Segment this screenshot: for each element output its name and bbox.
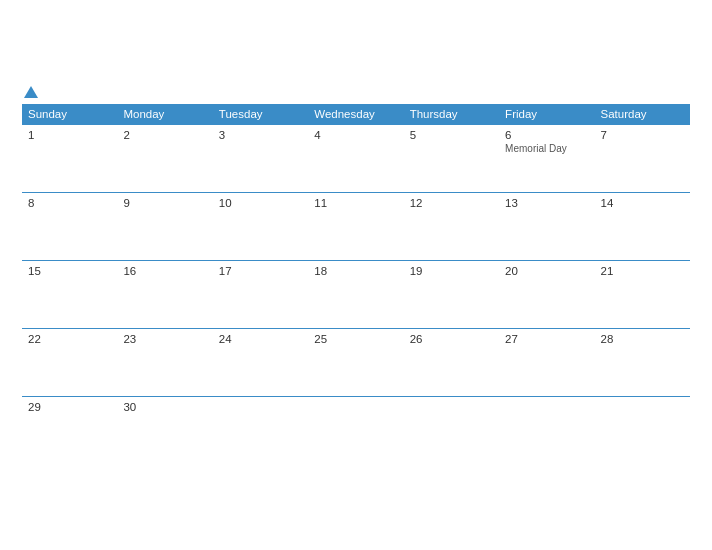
calendar-week-row: 15161718192021	[22, 260, 690, 328]
calendar-header-monday: Monday	[117, 104, 212, 125]
calendar-week-row: 22232425262728	[22, 328, 690, 396]
calendar-cell: 7	[595, 124, 690, 192]
calendar-cell: 14	[595, 192, 690, 260]
calendar-cell: 17	[213, 260, 308, 328]
day-number: 13	[505, 197, 588, 209]
day-number: 8	[28, 197, 111, 209]
day-number: 15	[28, 265, 111, 277]
holiday-label: Memorial Day	[505, 143, 588, 155]
day-number: 18	[314, 265, 397, 277]
day-number: 23	[123, 333, 206, 345]
day-number: 7	[601, 129, 684, 141]
day-number: 27	[505, 333, 588, 345]
day-number: 3	[219, 129, 302, 141]
day-number: 26	[410, 333, 493, 345]
calendar-cell: 4	[308, 124, 403, 192]
day-number: 28	[601, 333, 684, 345]
calendar-cell	[595, 396, 690, 464]
calendar-cell: 15	[22, 260, 117, 328]
calendar-cell	[213, 396, 308, 464]
calendar-cell: 27	[499, 328, 594, 396]
calendar-cell: 24	[213, 328, 308, 396]
calendar-cell: 28	[595, 328, 690, 396]
calendar-header-row: SundayMondayTuesdayWednesdayThursdayFrid…	[22, 104, 690, 125]
calendar-cell: 20	[499, 260, 594, 328]
day-number: 20	[505, 265, 588, 277]
day-number: 4	[314, 129, 397, 141]
calendar-week-row: 2930	[22, 396, 690, 464]
day-number: 1	[28, 129, 111, 141]
calendar-cell: 16	[117, 260, 212, 328]
calendar-cell: 12	[404, 192, 499, 260]
calendar-cell: 21	[595, 260, 690, 328]
calendar-cell: 9	[117, 192, 212, 260]
calendar-week-row: 891011121314	[22, 192, 690, 260]
calendar-cell: 3	[213, 124, 308, 192]
calendar-cell: 2	[117, 124, 212, 192]
calendar-week-row: 123456Memorial Day7	[22, 124, 690, 192]
calendar-cell	[404, 396, 499, 464]
day-number: 12	[410, 197, 493, 209]
day-number: 11	[314, 197, 397, 209]
day-number: 25	[314, 333, 397, 345]
calendar-header-friday: Friday	[499, 104, 594, 125]
calendar-header-sunday: Sunday	[22, 104, 117, 125]
day-number: 2	[123, 129, 206, 141]
calendar-cell: 26	[404, 328, 499, 396]
calendar-cell: 18	[308, 260, 403, 328]
day-number: 17	[219, 265, 302, 277]
calendar-cell: 13	[499, 192, 594, 260]
calendar-cell: 6Memorial Day	[499, 124, 594, 192]
logo-triangle-icon	[24, 86, 38, 98]
day-number: 21	[601, 265, 684, 277]
logo	[22, 90, 38, 98]
calendar-cell	[308, 396, 403, 464]
day-number: 16	[123, 265, 206, 277]
day-number: 10	[219, 197, 302, 209]
calendar-header-thursday: Thursday	[404, 104, 499, 125]
calendar-cell	[499, 396, 594, 464]
calendar-header-saturday: Saturday	[595, 104, 690, 125]
day-number: 5	[410, 129, 493, 141]
calendar-cell: 11	[308, 192, 403, 260]
day-number: 19	[410, 265, 493, 277]
calendar-header-wednesday: Wednesday	[308, 104, 403, 125]
calendar-cell: 10	[213, 192, 308, 260]
calendar-cell: 22	[22, 328, 117, 396]
calendar-cell: 5	[404, 124, 499, 192]
day-number: 22	[28, 333, 111, 345]
day-number: 30	[123, 401, 206, 413]
calendar-cell: 8	[22, 192, 117, 260]
calendar-cell: 23	[117, 328, 212, 396]
day-number: 6	[505, 129, 588, 141]
calendar-cell: 29	[22, 396, 117, 464]
day-number: 14	[601, 197, 684, 209]
calendar-cell: 25	[308, 328, 403, 396]
calendar-header-tuesday: Tuesday	[213, 104, 308, 125]
day-number: 9	[123, 197, 206, 209]
calendar-page: SundayMondayTuesdayWednesdayThursdayFrid…	[6, 74, 706, 477]
day-number: 29	[28, 401, 111, 413]
calendar-cell: 19	[404, 260, 499, 328]
calendar-table: SundayMondayTuesdayWednesdayThursdayFrid…	[22, 104, 690, 465]
top-bar	[22, 90, 690, 98]
calendar-cell: 30	[117, 396, 212, 464]
calendar-cell: 1	[22, 124, 117, 192]
day-number: 24	[219, 333, 302, 345]
